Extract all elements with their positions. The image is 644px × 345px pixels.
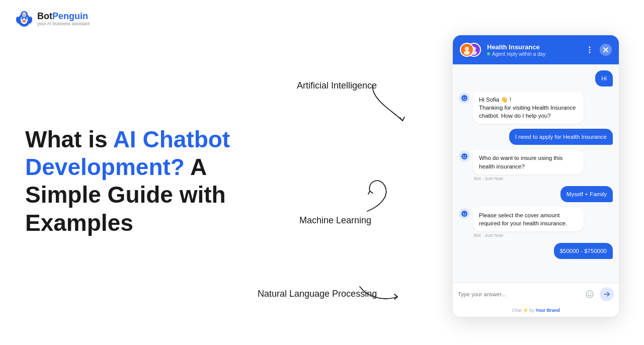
bubble-bot-1: Hi Sofia 👋 !Thanking for visiting Health… xyxy=(473,92,584,124)
svg-point-13 xyxy=(465,47,469,51)
message-bot-1: Hi Sofia 👋 !Thanking for visiting Health… xyxy=(459,92,613,124)
footer-chat-text: Chat xyxy=(512,308,521,313)
svg-point-31 xyxy=(465,213,466,214)
bot-avatar-2 xyxy=(459,151,470,162)
label-nlp: Natural Language Processing xyxy=(258,289,377,299)
logo-icon xyxy=(15,10,33,28)
more-options-button[interactable] xyxy=(584,44,596,56)
svg-point-9 xyxy=(23,14,24,15)
svg-point-34 xyxy=(591,293,592,294)
decorative-arrows xyxy=(282,70,433,322)
logo-tagline: your AI business assistant xyxy=(37,22,90,27)
bot-content-2: Who do want to insure using this health … xyxy=(473,150,584,181)
bubble-bot-3: Please select the cover amount required … xyxy=(473,207,584,231)
chat-header-actions xyxy=(584,44,612,56)
svg-point-14 xyxy=(464,51,470,55)
bot-content-1: Hi Sofia 👋 !Thanking for visiting Health… xyxy=(473,92,584,124)
bubble-user-3: Myself + Family xyxy=(560,186,613,202)
chat-avatars xyxy=(460,41,482,58)
chat-title: Health Insurance xyxy=(487,43,579,51)
svg-point-29 xyxy=(461,211,467,217)
label-ml: Machine Learning xyxy=(299,215,371,226)
bubble-bot-2: Who do want to insure using this health … xyxy=(473,150,584,174)
footer-brand: Your Brand xyxy=(535,308,559,313)
label-ai: Artificial Intelligence xyxy=(297,80,377,91)
logo: BotPenguin your AI business assistant xyxy=(15,10,90,28)
logo-penguin-text: Penguin xyxy=(52,11,88,21)
bot-avatar-1 xyxy=(459,93,470,104)
logo-bot-text: Bot xyxy=(37,11,52,21)
footer-by-text: by xyxy=(529,308,534,313)
msg-time-3: Bot · Just Now xyxy=(473,233,584,238)
chat-header: Health Insurance Agent reply within a da… xyxy=(453,35,619,64)
logo-text: BotPenguin your AI business assistant xyxy=(37,12,90,27)
bubble-user-1: Hi xyxy=(595,70,613,87)
chat-input[interactable] xyxy=(458,291,579,297)
main-heading: What is AI Chatbot Development? A Simple… xyxy=(25,126,267,237)
svg-point-20 xyxy=(589,52,591,53)
svg-point-10 xyxy=(25,14,26,15)
svg-point-28 xyxy=(465,155,466,156)
svg-point-18 xyxy=(589,47,591,48)
svg-point-33 xyxy=(588,293,589,294)
svg-point-4 xyxy=(23,20,26,23)
chat-subtitle-text: Agent reply within a day xyxy=(492,51,545,57)
message-bot-3: Please select the cover amount required … xyxy=(459,207,613,238)
chat-input-icons xyxy=(583,287,614,301)
msg-time-2: Bot · Just Now xyxy=(473,176,584,181)
svg-point-26 xyxy=(461,153,467,159)
heading-part1: What is xyxy=(25,126,113,152)
svg-point-24 xyxy=(463,97,464,98)
svg-point-11 xyxy=(23,15,25,16)
message-user-3: Myself + Family xyxy=(459,186,613,202)
message-bot-2: Who do want to insure using this health … xyxy=(459,150,613,181)
svg-point-30 xyxy=(463,213,464,214)
bubble-user-4: $50000 - $750000 xyxy=(554,243,613,259)
chat-subtitle: Agent reply within a day xyxy=(487,51,579,57)
svg-point-23 xyxy=(461,95,467,101)
bot-content-3: Please select the cover amount required … xyxy=(473,207,584,238)
svg-point-25 xyxy=(465,97,466,98)
lightning-icon: ⚡ xyxy=(523,308,530,313)
avatar-1 xyxy=(460,43,474,57)
chat-window: Health Insurance Agent reply within a da… xyxy=(453,35,619,317)
svg-point-19 xyxy=(589,49,591,51)
emoji-button[interactable] xyxy=(583,287,597,301)
chat-footer: Chat ⚡ by Your Brand xyxy=(453,305,619,317)
chat-header-info: Health Insurance Agent reply within a da… xyxy=(487,43,579,57)
svg-point-27 xyxy=(463,155,464,156)
online-indicator xyxy=(487,52,490,55)
chat-input-area xyxy=(453,283,619,305)
bubble-user-2: I need to apply for Health Insurance xyxy=(509,129,613,145)
bot-avatar-3 xyxy=(459,208,470,219)
close-button[interactable] xyxy=(600,44,612,56)
chat-messages: Hi Hi Sofia 👋 !Thanking for visiting Hea… xyxy=(453,64,619,283)
message-user-1: Hi xyxy=(459,70,613,87)
svg-point-32 xyxy=(586,291,593,298)
message-user-2: I need to apply for Health Insurance xyxy=(459,129,613,145)
send-button[interactable] xyxy=(600,287,614,301)
message-user-4: $50000 - $750000 xyxy=(459,243,613,259)
